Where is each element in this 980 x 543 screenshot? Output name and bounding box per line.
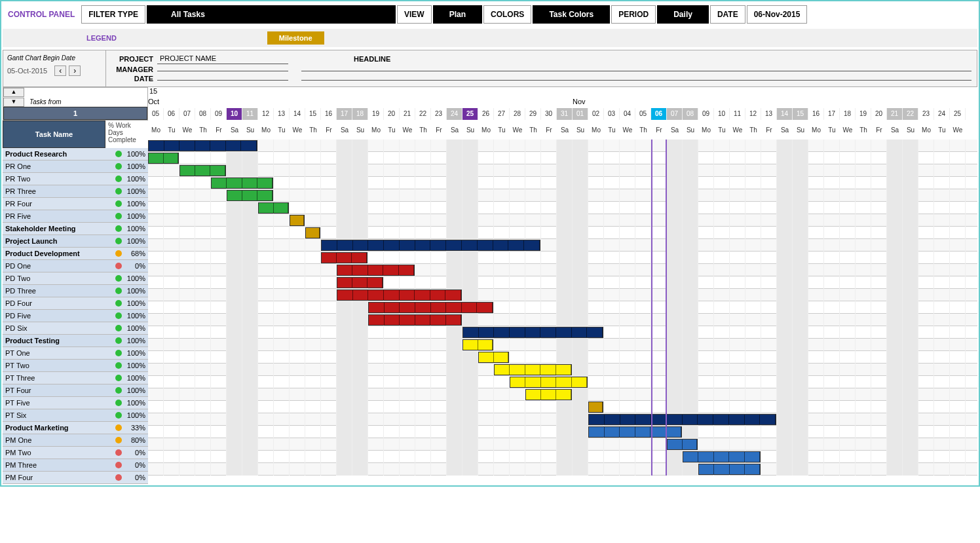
task-row[interactable]: PT One100% <box>3 347 148 360</box>
gantt-bar[interactable] <box>510 377 588 388</box>
headline-input-2[interactable] <box>301 77 971 81</box>
day-cell: 09 <box>211 108 227 120</box>
sort-down-button[interactable]: ▼ <box>3 98 24 107</box>
task-row[interactable]: PR One100% <box>3 160 148 173</box>
task-row[interactable]: PT Two100% <box>3 360 148 372</box>
gantt-bar[interactable] <box>525 389 572 400</box>
dow-cell: Mo <box>588 126 604 134</box>
day-cell: 28 <box>510 108 525 120</box>
gantt-bar[interactable] <box>698 464 761 475</box>
day-cell: 04 <box>620 108 635 120</box>
gantt-bar[interactable] <box>337 277 383 288</box>
gantt-bar[interactable] <box>305 227 320 238</box>
task-row[interactable]: Project Launch100% <box>3 235 148 248</box>
gantt-bar[interactable] <box>462 339 493 350</box>
task-name-label: Product Research <box>3 150 113 158</box>
task-row[interactable]: Product Research100% <box>3 148 148 160</box>
gantt-bar[interactable] <box>148 140 257 151</box>
task-row[interactable]: PD Three100% <box>3 285 148 297</box>
project-name-input[interactable]: PROJECT NAME <box>157 53 288 64</box>
day-cell: 30 <box>541 108 557 120</box>
dow-cell: Fr <box>321 126 337 134</box>
gantt-bar[interactable] <box>588 414 776 425</box>
task-row[interactable]: PR Four100% <box>3 198 148 210</box>
sort-up-button[interactable]: ▲ <box>3 88 24 97</box>
task-row[interactable]: PR Two100% <box>3 173 148 185</box>
task-row[interactable]: PR Three100% <box>3 185 148 198</box>
task-row[interactable]: PM Three0% <box>3 459 148 472</box>
gantt-bar[interactable] <box>258 202 289 214</box>
gantt-bar[interactable] <box>588 426 682 438</box>
pct-complete-value: 100% <box>124 150 148 158</box>
task-row[interactable]: PD Two100% <box>3 272 148 285</box>
gantt-row <box>148 413 977 426</box>
task-name-label: PT Five <box>3 399 113 407</box>
task-row[interactable]: PM One80% <box>3 434 148 447</box>
gantt-bar[interactable] <box>211 178 273 189</box>
gantt-bar[interactable] <box>667 439 698 450</box>
date-input[interactable] <box>157 77 288 81</box>
gantt-bar[interactable] <box>478 352 509 363</box>
task-row[interactable]: PR Five100% <box>3 210 148 223</box>
status-dot <box>115 188 122 195</box>
task-row[interactable]: Product Development68% <box>3 248 148 260</box>
task-name-label: PD Six <box>3 324 113 332</box>
gantt-bar[interactable] <box>290 215 305 226</box>
gantt-bar[interactable] <box>494 364 572 375</box>
project-label: PROJECT <box>111 55 157 63</box>
task-row[interactable]: Product Testing100% <box>3 335 148 347</box>
view-dropdown[interactable]: Plan <box>433 5 482 24</box>
colors-dropdown[interactable]: Task Colors <box>533 5 610 24</box>
gantt-row <box>148 276 977 289</box>
date-value[interactable]: 06-Nov-2015 <box>747 5 808 24</box>
gantt-bar[interactable] <box>683 451 761 462</box>
task-row[interactable]: PT Six100% <box>3 409 148 422</box>
gantt-bar[interactable] <box>462 327 603 338</box>
start-task-number[interactable]: 1 <box>3 107 147 120</box>
task-row[interactable]: PD Four100% <box>3 297 148 310</box>
gantt-bar[interactable] <box>337 290 462 301</box>
task-row[interactable]: PD One0% <box>3 260 148 272</box>
task-row[interactable]: PT Three100% <box>3 372 148 384</box>
task-row[interactable]: PD Five100% <box>3 310 148 322</box>
day-of-week-row: MoTuWeThFrSaSuMoTuWeThFrSaSuMoTuWeThFrSa… <box>148 120 977 140</box>
day-cell: 11 <box>730 108 745 120</box>
task-row[interactable]: Product Marketing33% <box>3 422 148 434</box>
gantt-bar[interactable] <box>368 302 493 313</box>
month-row: OctNov <box>148 98 977 108</box>
gantt-bar[interactable] <box>227 190 273 201</box>
view-label: VIEW <box>397 5 432 24</box>
timeline: 15 OctNov 050607080910111213141516171819… <box>148 87 977 484</box>
next-date-button[interactable]: › <box>69 66 81 76</box>
dow-cell: Th <box>856 126 871 134</box>
year-row: 15 <box>148 87 977 98</box>
dow-cell: Tu <box>934 126 950 134</box>
gantt-row <box>148 177 977 189</box>
begin-date-label: Gantt Chart Begin Date <box>7 54 102 62</box>
day-cell: 05 <box>148 108 164 120</box>
manager-input[interactable] <box>157 68 288 71</box>
gantt-bar[interactable] <box>588 402 603 413</box>
filter-type-label: FILTER TYPE <box>81 5 145 24</box>
gantt-bar[interactable] <box>321 252 368 263</box>
task-row[interactable]: PT Five100% <box>3 397 148 409</box>
period-dropdown[interactable]: Daily <box>657 5 709 24</box>
task-row[interactable]: PM Four0% <box>3 472 148 484</box>
task-row[interactable]: PT Four100% <box>3 384 148 397</box>
headline-input[interactable] <box>301 68 971 71</box>
filter-type-dropdown[interactable]: All Tasks <box>147 5 396 24</box>
status-dot <box>115 213 122 219</box>
task-row[interactable]: PD Six100% <box>3 322 148 335</box>
gantt-bar[interactable] <box>337 265 415 276</box>
status-dot <box>115 225 122 232</box>
gantt-bar[interactable] <box>179 165 226 176</box>
project-info-panel: PROJECT PROJECT NAME HEADLINE MANAGER DA… <box>106 50 977 86</box>
task-row[interactable]: PM Two0% <box>3 447 148 459</box>
task-row[interactable]: Stakeholder Meeting100% <box>3 223 148 235</box>
dow-cell: Sa <box>887 126 903 134</box>
date-field-label: DATE <box>111 75 157 83</box>
gantt-bar[interactable] <box>321 240 540 251</box>
gantt-bar[interactable] <box>148 153 179 164</box>
prev-date-button[interactable]: ‹ <box>54 66 66 76</box>
gantt-bar[interactable] <box>368 314 462 326</box>
